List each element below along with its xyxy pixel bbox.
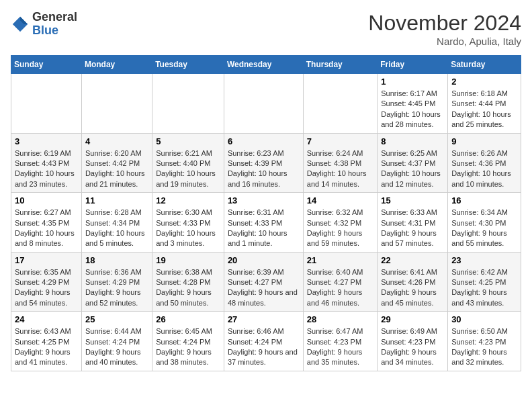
day-info: Sunrise: 6:49 AM Sunset: 4:23 PM Dayligh… xyxy=(381,326,444,368)
col-monday: Monday xyxy=(81,56,152,74)
logo: General Blue xyxy=(11,11,77,38)
day-info: Sunrise: 6:20 AM Sunset: 4:42 PM Dayligh… xyxy=(85,148,148,190)
day-number: 2 xyxy=(451,77,517,87)
col-thursday: Thursday xyxy=(303,56,377,74)
col-wednesday: Wednesday xyxy=(224,56,303,74)
day-info: Sunrise: 6:50 AM Sunset: 4:23 PM Dayligh… xyxy=(451,326,517,368)
day-info: Sunrise: 6:25 AM Sunset: 4:37 PM Dayligh… xyxy=(381,148,444,190)
day-number: 23 xyxy=(451,255,517,265)
day-number: 1 xyxy=(381,77,444,87)
col-tuesday: Tuesday xyxy=(152,56,224,74)
calendar-cell: 23Sunrise: 6:42 AM Sunset: 4:25 PM Dayli… xyxy=(448,252,521,312)
day-number: 6 xyxy=(228,136,300,146)
day-number: 27 xyxy=(228,314,300,324)
calendar-cell: 13Sunrise: 6:31 AM Sunset: 4:33 PM Dayli… xyxy=(224,193,303,253)
calendar-week-row: 10Sunrise: 6:27 AM Sunset: 4:35 PM Dayli… xyxy=(11,193,521,253)
calendar-cell: 25Sunrise: 6:44 AM Sunset: 4:24 PM Dayli… xyxy=(81,312,152,371)
day-info: Sunrise: 6:45 AM Sunset: 4:24 PM Dayligh… xyxy=(156,326,220,368)
calendar-cell: 28Sunrise: 6:47 AM Sunset: 4:23 PM Dayli… xyxy=(303,312,377,371)
calendar-cell: 16Sunrise: 6:34 AM Sunset: 4:30 PM Dayli… xyxy=(448,193,521,253)
calendar-week-row: 24Sunrise: 6:43 AM Sunset: 4:25 PM Dayli… xyxy=(11,312,521,371)
day-info: Sunrise: 6:31 AM Sunset: 4:33 PM Dayligh… xyxy=(228,208,300,249)
location-subtitle: Nardo, Apulia, Italy xyxy=(368,36,521,47)
logo-general: General xyxy=(32,10,77,24)
calendar-week-row: 3Sunrise: 6:19 AM Sunset: 4:43 PM Daylig… xyxy=(11,133,521,193)
day-info: Sunrise: 6:38 AM Sunset: 4:28 PM Dayligh… xyxy=(156,267,220,309)
day-number: 28 xyxy=(307,314,373,324)
logo-text: General Blue xyxy=(32,11,77,38)
calendar-cell: 21Sunrise: 6:40 AM Sunset: 4:27 PM Dayli… xyxy=(303,252,377,312)
calendar-cell: 22Sunrise: 6:41 AM Sunset: 4:26 PM Dayli… xyxy=(378,252,448,312)
day-info: Sunrise: 6:21 AM Sunset: 4:40 PM Dayligh… xyxy=(156,148,220,190)
day-number: 30 xyxy=(451,314,517,324)
title-block: November 2024 Nardo, Apulia, Italy xyxy=(368,11,521,47)
calendar-cell: 15Sunrise: 6:33 AM Sunset: 4:31 PM Dayli… xyxy=(378,193,448,253)
day-info: Sunrise: 6:27 AM Sunset: 4:35 PM Dayligh… xyxy=(15,208,78,249)
day-number: 10 xyxy=(15,195,78,205)
day-info: Sunrise: 6:30 AM Sunset: 4:33 PM Dayligh… xyxy=(156,208,220,249)
calendar-cell: 29Sunrise: 6:49 AM Sunset: 4:23 PM Dayli… xyxy=(378,312,448,371)
day-info: Sunrise: 6:17 AM Sunset: 4:45 PM Dayligh… xyxy=(381,89,444,130)
calendar-cell: 3Sunrise: 6:19 AM Sunset: 4:43 PM Daylig… xyxy=(11,133,82,193)
calendar-cell: 26Sunrise: 6:45 AM Sunset: 4:24 PM Dayli… xyxy=(152,312,224,371)
day-info: Sunrise: 6:23 AM Sunset: 4:39 PM Dayligh… xyxy=(228,148,300,190)
day-number: 24 xyxy=(15,314,78,324)
calendar-header-row: Sunday Monday Tuesday Wednesday Thursday… xyxy=(11,56,521,74)
day-number: 22 xyxy=(381,255,444,265)
day-number: 21 xyxy=(307,255,373,265)
col-friday: Friday xyxy=(378,56,448,74)
calendar-cell: 14Sunrise: 6:32 AM Sunset: 4:32 PM Dayli… xyxy=(303,193,377,253)
calendar-cell: 11Sunrise: 6:28 AM Sunset: 4:34 PM Dayli… xyxy=(81,193,152,253)
calendar-cell xyxy=(224,74,303,134)
day-info: Sunrise: 6:33 AM Sunset: 4:31 PM Dayligh… xyxy=(381,208,444,249)
calendar-cell: 24Sunrise: 6:43 AM Sunset: 4:25 PM Dayli… xyxy=(11,312,82,371)
day-number: 9 xyxy=(451,136,517,146)
day-number: 7 xyxy=(307,136,373,146)
day-info: Sunrise: 6:26 AM Sunset: 4:36 PM Dayligh… xyxy=(451,148,517,190)
day-number: 14 xyxy=(307,195,373,205)
calendar-cell: 12Sunrise: 6:30 AM Sunset: 4:33 PM Dayli… xyxy=(152,193,224,253)
day-info: Sunrise: 6:47 AM Sunset: 4:23 PM Dayligh… xyxy=(307,326,373,368)
calendar-cell: 1Sunrise: 6:17 AM Sunset: 4:45 PM Daylig… xyxy=(378,74,448,134)
calendar-cell: 9Sunrise: 6:26 AM Sunset: 4:36 PM Daylig… xyxy=(448,133,521,193)
day-number: 3 xyxy=(15,136,78,146)
day-info: Sunrise: 6:28 AM Sunset: 4:34 PM Dayligh… xyxy=(85,208,148,249)
calendar-cell: 30Sunrise: 6:50 AM Sunset: 4:23 PM Dayli… xyxy=(448,312,521,371)
logo-icon xyxy=(11,15,30,34)
day-number: 19 xyxy=(156,255,220,265)
calendar-cell: 8Sunrise: 6:25 AM Sunset: 4:37 PM Daylig… xyxy=(378,133,448,193)
day-number: 12 xyxy=(156,195,220,205)
calendar-cell: 4Sunrise: 6:20 AM Sunset: 4:42 PM Daylig… xyxy=(81,133,152,193)
calendar-cell: 10Sunrise: 6:27 AM Sunset: 4:35 PM Dayli… xyxy=(11,193,82,253)
calendar-cell: 18Sunrise: 6:36 AM Sunset: 4:29 PM Dayli… xyxy=(81,252,152,312)
calendar-cell: 27Sunrise: 6:46 AM Sunset: 4:24 PM Dayli… xyxy=(224,312,303,371)
month-title: November 2024 xyxy=(368,11,521,36)
day-info: Sunrise: 6:46 AM Sunset: 4:24 PM Dayligh… xyxy=(228,326,300,368)
calendar-cell: 20Sunrise: 6:39 AM Sunset: 4:27 PM Dayli… xyxy=(224,252,303,312)
day-info: Sunrise: 6:40 AM Sunset: 4:27 PM Dayligh… xyxy=(307,267,373,309)
calendar-table: Sunday Monday Tuesday Wednesday Thursday… xyxy=(11,55,521,371)
day-number: 25 xyxy=(85,314,148,324)
day-number: 11 xyxy=(85,195,148,205)
calendar-cell: 5Sunrise: 6:21 AM Sunset: 4:40 PM Daylig… xyxy=(152,133,224,193)
logo-blue-text: Blue xyxy=(32,24,58,37)
day-number: 13 xyxy=(228,195,300,205)
col-saturday: Saturday xyxy=(448,56,521,74)
day-info: Sunrise: 6:35 AM Sunset: 4:29 PM Dayligh… xyxy=(15,267,78,309)
day-number: 18 xyxy=(85,255,148,265)
day-number: 20 xyxy=(228,255,300,265)
day-number: 16 xyxy=(451,195,517,205)
calendar-cell: 7Sunrise: 6:24 AM Sunset: 4:38 PM Daylig… xyxy=(303,133,377,193)
page-header: General Blue November 2024 Nardo, Apulia… xyxy=(11,11,521,47)
day-number: 15 xyxy=(381,195,444,205)
day-info: Sunrise: 6:24 AM Sunset: 4:38 PM Dayligh… xyxy=(307,148,373,190)
day-info: Sunrise: 6:42 AM Sunset: 4:25 PM Dayligh… xyxy=(451,267,517,309)
calendar-week-row: 17Sunrise: 6:35 AM Sunset: 4:29 PM Dayli… xyxy=(11,252,521,312)
day-info: Sunrise: 6:44 AM Sunset: 4:24 PM Dayligh… xyxy=(85,326,148,368)
calendar-cell: 6Sunrise: 6:23 AM Sunset: 4:39 PM Daylig… xyxy=(224,133,303,193)
calendar-week-row: 1Sunrise: 6:17 AM Sunset: 4:45 PM Daylig… xyxy=(11,74,521,134)
calendar-cell: 19Sunrise: 6:38 AM Sunset: 4:28 PM Dayli… xyxy=(152,252,224,312)
day-number: 26 xyxy=(156,314,220,324)
day-number: 29 xyxy=(381,314,444,324)
day-info: Sunrise: 6:41 AM Sunset: 4:26 PM Dayligh… xyxy=(381,267,444,309)
